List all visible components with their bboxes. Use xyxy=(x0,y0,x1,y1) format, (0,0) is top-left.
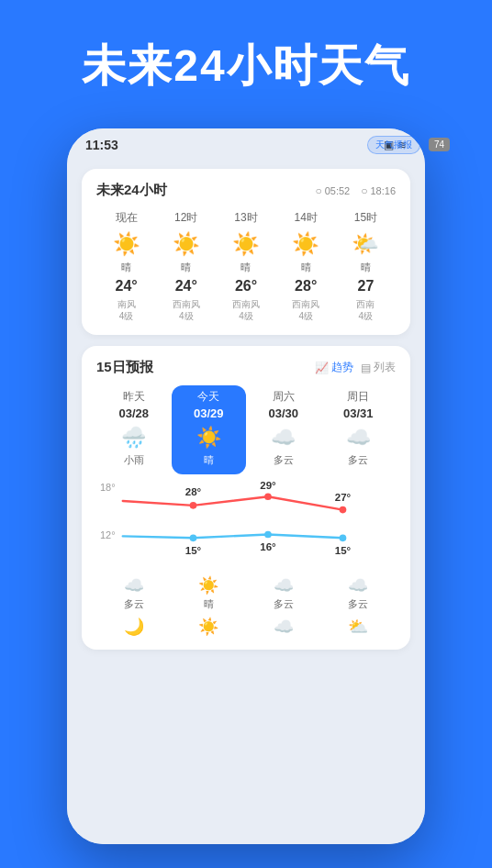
bottom-desc-text: 多云 xyxy=(348,597,368,611)
hour-col: 15时 🌤️ 晴 27 西南4级 xyxy=(336,210,396,322)
label-12: 12° xyxy=(100,529,116,540)
forecast-header: 15日预报 📈 趋势 ▤ 列表 xyxy=(96,359,396,376)
list-label: 列表 xyxy=(374,360,396,375)
bottom-weather-icon: ☀️ xyxy=(198,575,218,595)
hourly-row: 现在 ☀️ 晴 24° 南风4级 12时 ☀️ 晴 24° 西南风4级 13时 … xyxy=(96,210,396,322)
bottom-desc-text: 多云 xyxy=(124,597,144,611)
day-col[interactable]: 周六 03/30 ☁️ 多云 xyxy=(246,385,321,474)
day-date: 03/29 xyxy=(173,406,245,420)
sun-times: ○ 05:52 ○ 18:16 xyxy=(315,184,396,197)
list-icon: ▤ xyxy=(361,362,371,374)
view-toggle: 📈 趋势 ▤ 列表 xyxy=(315,360,396,375)
day-name: 昨天 xyxy=(98,389,170,405)
svg-text:16°: 16° xyxy=(260,541,276,552)
hour-weather-icon: ☀️ xyxy=(216,231,275,257)
bottom-desc-row: ☁️ 多云 ☀️ 晴 ☁️ 多云 ☁️ 多云 xyxy=(96,575,396,611)
bottom-desc-text: 多云 xyxy=(274,597,294,611)
bottom-weather-icon: ☁️ xyxy=(274,575,294,595)
bottom-desc-cell: ☁️ 多云 xyxy=(321,575,397,611)
day-weather-icon: ☁️ xyxy=(248,426,319,450)
hour-wind: 西南风4级 xyxy=(156,298,216,322)
night-icon-cell: ⛅ xyxy=(321,617,397,637)
sunset-icon: ○ xyxy=(361,184,367,197)
svg-point-1 xyxy=(264,493,272,500)
sunset-item: ○ 18:16 xyxy=(361,184,396,197)
label-18: 18° xyxy=(100,482,116,493)
hour-col: 13时 ☀️ 晴 26° 西南风4级 xyxy=(216,210,275,322)
battery-badge: 74 xyxy=(429,138,450,151)
trend-icon: 📈 xyxy=(315,362,329,374)
day-name: 周日 xyxy=(323,389,395,405)
phone-frame: 11:53 ▣ ≋ 未来24小时 ○ 05:52 ○ 18:16 xyxy=(67,128,425,844)
bottom-weather-icon: ☁️ xyxy=(348,575,368,595)
trend-label: 趋势 xyxy=(331,360,353,375)
hour-label: 13时 xyxy=(216,210,275,226)
hour-col: 12时 ☀️ 晴 24° 西南风4级 xyxy=(156,210,216,322)
night-icon: ⛅ xyxy=(348,618,368,636)
day-col[interactable]: 周日 03/31 ☁️ 多云 xyxy=(321,385,397,474)
sunset-time: 18:16 xyxy=(370,185,396,196)
hour-wind: 西南风4级 xyxy=(216,298,275,322)
hour-weather-icon: ☀️ xyxy=(156,231,216,257)
night-icon-cell: ☀️ xyxy=(172,617,247,637)
hour-temp: 26° xyxy=(216,278,275,295)
svg-text:15°: 15° xyxy=(335,545,352,556)
forecast-title: 15日预报 xyxy=(96,359,153,376)
svg-point-2 xyxy=(340,506,347,514)
day-weather-icon: 🌧️ xyxy=(98,426,170,450)
status-time: 11:53 xyxy=(85,138,118,152)
hour-temp: 24° xyxy=(156,278,216,295)
sunrise-item: ○ 05:52 xyxy=(315,184,350,197)
hour-label: 15时 xyxy=(336,210,396,226)
day-weather-icon: ☁️ xyxy=(323,426,395,450)
svg-text:15°: 15° xyxy=(185,545,202,556)
night-icon-cell: 🌙 xyxy=(96,617,172,637)
hour-label: 现在 xyxy=(96,210,156,226)
day-desc: 多云 xyxy=(323,453,395,467)
hour-col: 14时 ☀️ 晴 28° 西南风4级 xyxy=(276,210,336,322)
night-icon: ☁️ xyxy=(274,618,294,636)
bottom-desc-text: 晴 xyxy=(204,597,214,611)
hour-label: 12时 xyxy=(156,210,216,226)
hour-weather-desc: 晴 xyxy=(96,261,156,274)
hour-weather-desc: 晴 xyxy=(276,261,336,274)
hourly-card-header: 未来24小时 ○ 05:52 ○ 18:16 xyxy=(96,182,396,199)
hour-weather-icon: ☀️ xyxy=(96,231,156,257)
hour-weather-icon: ☀️ xyxy=(276,231,336,257)
temp-chart: 28° 29° 27° 15° 16° 15° xyxy=(96,482,396,564)
hour-weather-icon: 🌤️ xyxy=(336,231,396,257)
forecast-card: 15日预报 📈 趋势 ▤ 列表 昨天 03/28 🌧️ 小雨 今天 03/29 xyxy=(82,346,410,650)
night-icons-row: 🌙☀️☁️⛅ xyxy=(96,617,396,637)
hour-weather-desc: 晴 xyxy=(336,261,396,274)
days-row: 昨天 03/28 🌧️ 小雨 今天 03/29 ☀️ 晴 周六 03/30 ☁️… xyxy=(96,385,396,474)
sunrise-time: 05:52 xyxy=(325,185,351,196)
day-weather-icon: ☀️ xyxy=(173,426,245,450)
hour-temp: 24° xyxy=(96,278,156,295)
main-title: 未来24小时天气 xyxy=(0,37,492,95)
hour-weather-desc: 晴 xyxy=(156,261,216,274)
day-desc: 晴 xyxy=(173,453,245,467)
bottom-desc-cell: ☁️ 多云 xyxy=(96,575,172,611)
hour-weather-desc: 晴 xyxy=(216,261,275,274)
day-col[interactable]: 昨天 03/28 🌧️ 小雨 xyxy=(96,385,172,474)
hourly-card-title: 未来24小时 xyxy=(96,182,167,199)
night-icon: ☀️ xyxy=(198,618,218,636)
weather-badge: 天气播报 xyxy=(367,136,420,154)
svg-text:29°: 29° xyxy=(260,482,276,491)
hour-wind: 南风4级 xyxy=(96,298,156,322)
phone-content: 未来24小时 ○ 05:52 ○ 18:16 现在 ☀️ 晴 24° 南风4级 … xyxy=(67,161,425,844)
svg-point-4 xyxy=(264,531,272,539)
day-col[interactable]: 今天 03/29 ☀️ 晴 xyxy=(172,385,247,474)
night-icon: 🌙 xyxy=(124,618,144,636)
svg-text:27°: 27° xyxy=(335,492,352,503)
night-icon-cell: ☁️ xyxy=(246,617,321,637)
trend-toggle-btn[interactable]: 📈 趋势 xyxy=(315,360,353,375)
hour-wind: 西南风4级 xyxy=(276,298,336,322)
hourly-forecast-card: 未来24小时 ○ 05:52 ○ 18:16 现在 ☀️ 晴 24° 南风4级 … xyxy=(82,169,410,335)
list-toggle-btn[interactable]: ▤ 列表 xyxy=(361,360,396,375)
day-desc: 多云 xyxy=(248,453,319,467)
hour-temp: 28° xyxy=(276,278,336,295)
sunrise-icon: ○ xyxy=(315,184,321,197)
day-date: 03/30 xyxy=(248,406,319,420)
svg-point-5 xyxy=(340,534,347,541)
